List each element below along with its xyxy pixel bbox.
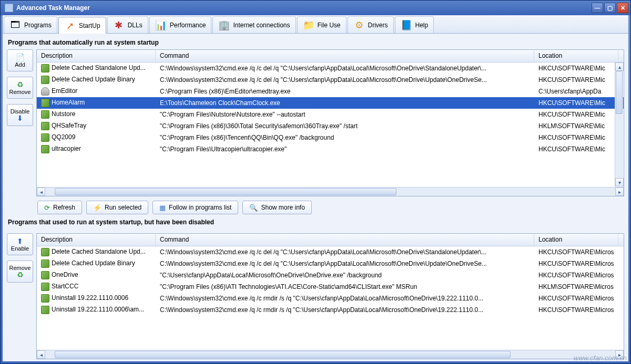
close-button[interactable]: ✕ [617,3,628,13]
registry-icon [41,122,49,130]
scroll-down-icon[interactable]: ▾ [615,178,624,186]
tab-fileuse-label: File Use [318,22,341,29]
registry-icon [41,133,49,142]
enable-button[interactable]: ⬆Enable [7,233,33,255]
active-hscrollbar[interactable]: ◂ ▸ [37,187,624,196]
table-row[interactable]: StartCCC"C:\Program Files (x86)\ATI Tech… [37,281,624,293]
remove-icon: ♻ [17,81,24,88]
follow-button[interactable]: ▦Follow in programs list [152,201,238,214]
scroll-track[interactable] [615,71,623,178]
registry-icon [41,294,49,303]
col-command[interactable]: Command [156,234,534,246]
disabled-grid-header: Description Command Location [37,234,624,246]
tab-internet-label: Internet connections [233,22,290,29]
fileuse-icon: 📁 [303,19,314,31]
active-vscrollbar[interactable]: ▴ ▾ [615,63,623,186]
table-row[interactable]: EmEditorC:\Program Files (x86)\EmEditor\… [37,86,624,97]
col-description[interactable]: Description [37,50,156,62]
col-description[interactable]: Description [37,234,156,246]
startup-active-section: 📄Add ♻Remove Disable⬇ Description Comman… [7,49,624,196]
table-row[interactable]: Uninstall 19.222.1110.0006C:\Windows\sys… [37,293,624,304]
registry-icon [41,64,49,72]
disk-icon [41,87,49,96]
registry-icon [41,259,49,268]
col-location[interactable]: Location [534,50,618,62]
scroll-right-icon[interactable]: ▸ [615,350,624,359]
disabled-grid-body[interactable]: Delete Cached Standalone Upd...C:\Window… [37,246,624,350]
disabled-grid: Description Command Location Delete Cach… [36,233,624,359]
startup-icon: ➚ [64,20,76,32]
window-title: Advanced Task Manager [16,4,591,12]
tab-startup[interactable]: ➚StartUp [58,17,106,34]
table-row[interactable]: Delete Cached Standalone Upd...C:\Window… [37,246,624,258]
table-row[interactable]: OneDrive"C:\Users\cfanp\AppData\Local\Mi… [37,269,624,281]
refresh-icon: ⟳ [44,204,50,212]
tab-programs[interactable]: 🗔Programs [4,16,57,33]
table-row[interactable]: Uninstall 19.222.1110.0006\am...C:\Windo… [37,304,624,316]
titlebar[interactable]: Advanced Task Manager — ▢ ✕ [1,1,630,15]
registry-icon [41,110,49,119]
table-row[interactable]: HomeAlarmE:\Tools\Chameleon Clock\ChamCl… [37,97,624,109]
registry-icon [41,248,49,256]
table-row[interactable]: QQ2009"C:\Program Files (x86)\Tencent\QQ… [37,132,624,143]
internet-icon: 🏢 [218,19,230,31]
table-row[interactable]: QHSafeTray"C:\Program Files (x86)\360\To… [37,120,624,132]
registry-icon [41,271,49,279]
programs-icon: 🗔 [9,19,21,31]
col-command[interactable]: Command [156,50,534,62]
tab-programs-label: Programs [24,22,52,29]
registry-icon [41,145,49,153]
startup-disabled-heading: Programs that used to run at system star… [7,216,624,229]
active-grid-body[interactable]: Delete Cached Standalone Upd...C:\Window… [37,63,624,187]
minimize-button[interactable]: — [592,3,603,13]
active-grid: Description Command Location Delete Cach… [36,49,624,196]
table-row[interactable]: Delete Cached Update BinaryC:\Windows\sy… [37,258,624,269]
tab-drivers-label: Drivers [368,22,388,29]
active-side-buttons: 📄Add ♻Remove Disable⬇ [7,49,36,196]
scroll-left-icon[interactable]: ◂ [37,350,45,359]
registry-icon [41,283,49,291]
tab-performance[interactable]: 📊Performance [149,16,212,33]
scroll-right-icon[interactable]: ▸ [615,188,624,196]
tab-fileuse[interactable]: 📁File Use [297,16,347,33]
active-toolbar: ⟳Refresh ⚡Run selected ▦Follow in progra… [7,196,624,216]
down-arrow-icon: ⬇ [17,115,23,122]
drivers-icon: ⚙ [353,19,365,31]
main-tabs: 🗔Programs ➚StartUp ✱DLLs 📊Performance 🏢I… [3,15,628,34]
registry-icon [41,306,49,314]
startup-disabled-section: ⬆Enable Remove♻ Description Command Loca… [7,233,624,359]
table-row[interactable]: Nutstore"C:\Program Files\Nutstore\Nutst… [37,109,624,120]
tab-dlls-label: DLLs [128,22,143,29]
disable-button[interactable]: Disable⬇ [7,104,33,126]
scroll-up-icon[interactable]: ▴ [615,63,624,71]
startup-panel: Programs that automatically run at syste… [3,34,628,361]
table-row[interactable]: Delete Cached Update BinaryC:\Windows\sy… [37,74,624,86]
tab-internet[interactable]: 🏢Internet connections [212,16,296,33]
remove-button[interactable]: ♻Remove [7,77,33,99]
client-area: 🗔Programs ➚StartUp ✱DLLs 📊Performance 🏢I… [3,15,628,361]
tab-help[interactable]: 📘Help [395,16,434,33]
tab-help-label: Help [415,22,429,29]
performance-icon: 📊 [155,19,167,31]
disabled-hscrollbar[interactable]: ◂ ▸ [37,350,624,359]
remove-disabled-button[interactable]: Remove♻ [7,261,33,283]
up-arrow-icon: ⬆ [17,237,23,245]
tab-dlls[interactable]: ✱DLLs [107,16,148,33]
scroll-left-icon[interactable]: ◂ [37,188,45,196]
refresh-button[interactable]: ⟳Refresh [37,201,82,214]
startup-active-heading: Programs that automatically run at syste… [7,37,624,49]
tab-performance-label: Performance [170,22,206,29]
table-row[interactable]: Delete Cached Standalone Upd...C:\Window… [37,63,624,74]
maximize-button[interactable]: ▢ [604,3,616,13]
add-button[interactable]: 📄Add [7,49,33,71]
registry-icon [41,99,49,107]
col-location[interactable]: Location [534,234,618,246]
follow-icon: ▦ [159,204,166,212]
tab-drivers[interactable]: ⚙Drivers [348,16,394,33]
table-row[interactable]: ultracopier"C:\Program Files\Ultracopier… [37,143,624,155]
run-selected-button[interactable]: ⚡Run selected [86,201,148,214]
active-grid-header: Description Command Location [37,50,624,63]
app-icon [5,4,13,12]
scroll-thumb[interactable] [616,71,623,114]
show-more-info-button[interactable]: 🔍Show more info [242,201,311,214]
